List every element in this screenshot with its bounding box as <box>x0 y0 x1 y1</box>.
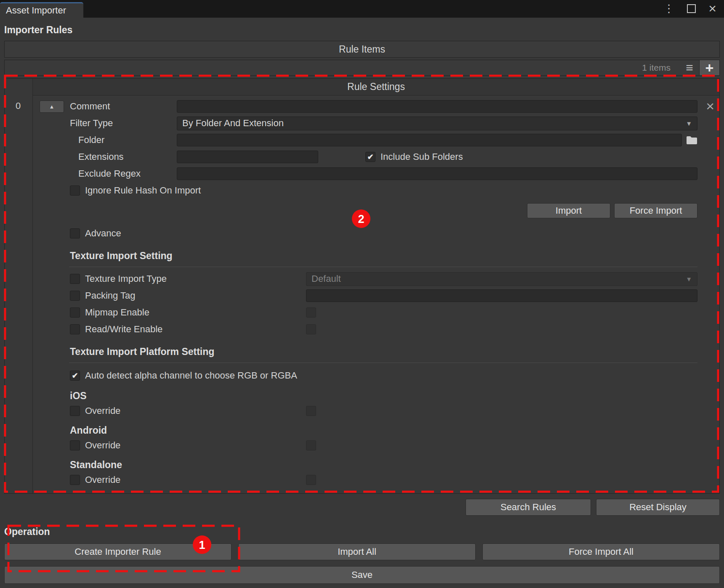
android-override-checkbox[interactable] <box>70 440 80 450</box>
texture-import-type-checkbox[interactable] <box>70 274 80 284</box>
advance-row: Advance <box>33 225 719 242</box>
tab-asset-importer[interactable]: Asset Importer <box>0 2 83 18</box>
close-icon[interactable]: × <box>708 2 716 15</box>
folder-row: Folder <box>33 132 719 148</box>
window-menu-icon[interactable]: ⋮ <box>663 3 674 14</box>
operation-row: Create Importer Rule Import All Force Im… <box>4 543 720 560</box>
save-button[interactable]: Save <box>4 566 720 584</box>
window-controls: ⋮ × <box>663 2 724 18</box>
packing-tag-checkbox[interactable] <box>70 291 80 301</box>
read-write-enable-row: Read/Write Enable <box>33 321 719 338</box>
read-write-enable-label: Read/Write Enable <box>85 324 162 335</box>
include-sub-folders-label: Include Sub Folders <box>381 151 463 162</box>
packing-tag-label: Packing Tag <box>85 290 135 301</box>
chevron-down-icon: ▼ <box>686 275 692 283</box>
import-button[interactable]: Import <box>527 203 610 218</box>
asset-importer-window: Asset Importer ⋮ × Importer Rules Rule I… <box>0 0 724 588</box>
list-menu-icon[interactable]: ≡ <box>680 60 699 75</box>
platform-android-title: Android <box>70 424 719 437</box>
force-import-all-button[interactable]: Force Import All <box>482 543 720 560</box>
mipmap-enable-row: Mipmap Enable <box>33 304 719 321</box>
filter-type-label: Filter Type <box>70 118 113 129</box>
ignore-rule-hash-label: Ignore Rule Hash On Import <box>85 185 201 196</box>
rule-items-title: Rule Items <box>339 44 385 55</box>
extensions-label: Extensions <box>78 151 124 162</box>
folder-label: Folder <box>78 135 104 146</box>
comment-row: ▲ Comment <box>33 98 719 115</box>
exclude-regex-input[interactable] <box>177 167 697 180</box>
filter-type-row: Filter Type By Folder And Extension ▼ <box>33 115 719 132</box>
rule-settings-panel: Rule Settings × ▲ Comment <box>32 79 719 493</box>
chevron-down-icon: ▼ <box>686 120 692 127</box>
maximize-icon[interactable] <box>687 4 696 13</box>
ignore-rule-hash-row: Ignore Rule Hash On Import <box>33 182 719 199</box>
ios-override-value-checkbox <box>306 406 316 416</box>
auto-detect-alpha-checkbox[interactable] <box>70 371 80 381</box>
auto-detect-alpha-label: Auto detect alpha channel to choose RGB … <box>85 370 297 381</box>
titlebar: Asset Importer ⋮ × <box>0 0 724 18</box>
advance-checkbox[interactable] <box>70 228 80 238</box>
rule-row-index: 0 <box>5 79 32 493</box>
packing-tag-row: Packing Tag <box>33 287 719 304</box>
mipmap-enable-label: Mipmap Enable <box>85 307 149 318</box>
tab-title: Asset Importer <box>6 5 66 16</box>
save-row: Save <box>4 566 720 584</box>
comment-label: Comment <box>70 101 110 112</box>
folder-browse-icon[interactable] <box>686 135 697 145</box>
comment-input[interactable] <box>177 100 697 113</box>
collapse-button[interactable]: ▲ <box>40 101 64 113</box>
rule-row: 0 Rule Settings × ▲ Comment <box>4 78 720 494</box>
mipmap-enable-value-checkbox <box>306 307 316 318</box>
import-all-button[interactable]: Import All <box>238 543 476 560</box>
triangle-up-icon: ▲ <box>49 104 55 109</box>
standalone-override-label: Override <box>85 474 120 485</box>
texture-import-setting-title: Texture Import Setting <box>69 249 697 267</box>
auto-detect-alpha-row: Auto detect alpha channel to choose RGB … <box>33 366 719 385</box>
standalone-override-checkbox[interactable] <box>70 475 80 485</box>
rule-settings-fields: ▲ Comment Filter Type By Folder And Exte… <box>33 95 719 493</box>
extensions-row: Extensions Include Sub Folders <box>33 148 719 165</box>
operation-title: Operation <box>4 526 720 538</box>
include-sub-folders-checkbox[interactable] <box>365 152 375 162</box>
filter-type-dropdown[interactable]: By Folder And Extension ▼ <box>177 117 697 130</box>
read-write-enable-value-checkbox <box>306 324 316 334</box>
ignore-rule-hash-checkbox[interactable] <box>70 185 80 196</box>
reset-display-button[interactable]: Reset Display <box>596 499 720 516</box>
read-write-enable-checkbox[interactable] <box>70 324 80 334</box>
texture-import-platform-setting-title: Texture Import Platform Setting <box>69 344 697 363</box>
page-title: Importer Rules <box>4 24 720 36</box>
platform-standalone-title: Standalone <box>70 458 719 471</box>
items-count: 1 items <box>642 63 671 73</box>
import-buttons-row: Import Force Import <box>33 202 719 219</box>
add-rule-button[interactable]: + <box>699 60 719 75</box>
rule-settings-header: Rule Settings <box>33 79 719 95</box>
search-row: Search Rules Reset Display <box>4 499 720 516</box>
texture-import-type-value: Default <box>311 273 341 284</box>
platform-ios-title: iOS <box>70 389 719 403</box>
ios-override-checkbox[interactable] <box>70 406 80 416</box>
extensions-input[interactable] <box>177 151 318 163</box>
android-override-label: Override <box>85 440 120 451</box>
force-import-button[interactable]: Force Import <box>614 203 697 218</box>
ios-override-label: Override <box>85 405 120 416</box>
rule-items-toolbar: 1 items ≡ + <box>4 60 720 76</box>
exclude-regex-label: Exclude Regex <box>78 168 141 179</box>
search-rules-button[interactable]: Search Rules <box>466 499 591 516</box>
folder-input[interactable] <box>177 134 682 146</box>
rule-items-header: Rule Items <box>4 41 720 58</box>
standalone-override-row: Override <box>33 471 719 488</box>
main-content: Importer Rules Rule Items 1 items ≡ + 0 … <box>0 18 724 584</box>
mipmap-enable-checkbox[interactable] <box>70 307 80 318</box>
texture-import-type-dropdown: Default ▼ <box>306 272 697 286</box>
ios-override-row: Override <box>33 403 719 419</box>
packing-tag-input[interactable] <box>306 289 697 302</box>
remove-rule-button[interactable]: × <box>706 99 714 113</box>
texture-import-type-row: Texture Import Type Default ▼ <box>33 270 719 287</box>
android-override-value-checkbox <box>306 440 316 450</box>
create-importer-rule-button[interactable]: Create Importer Rule <box>4 543 232 560</box>
rule-settings-title: Rule Settings <box>347 81 405 93</box>
exclude-regex-row: Exclude Regex <box>33 165 719 182</box>
advance-label: Advance <box>85 228 121 239</box>
standalone-override-value-checkbox <box>306 475 316 485</box>
android-override-row: Override <box>33 437 719 454</box>
